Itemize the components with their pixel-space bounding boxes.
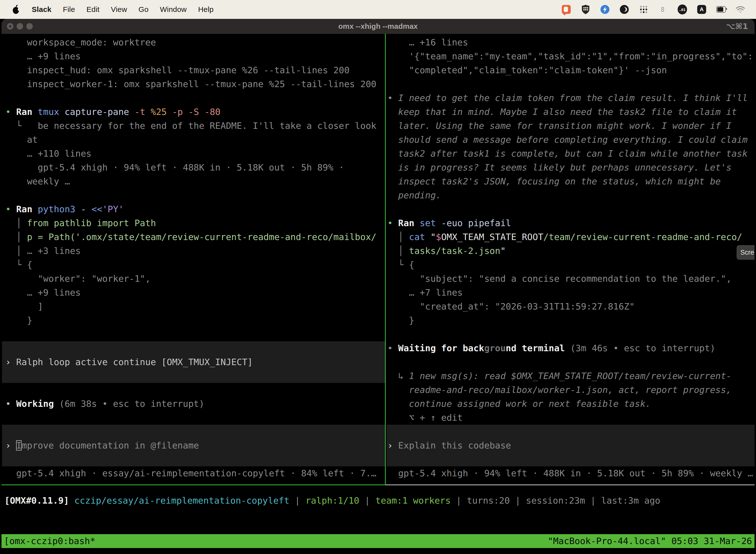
terminal-row: │ cat "$OMX_TEAM_STATE_ROOT/team/review-… (386, 230, 755, 244)
wifi-icon[interactable] (736, 4, 745, 14)
left-pane-bottom-border (1, 485, 385, 485)
terminal-row (386, 355, 755, 369)
terminal-row: weekly … (2, 174, 385, 188)
terminal-row (2, 341, 385, 355)
terminal-row (386, 425, 755, 439)
terminal-row (2, 188, 385, 202)
terminal-row: … +110 lines (2, 147, 385, 161)
terminal-row: inspect_hud: omx sparkshell --tmux-pane … (2, 63, 385, 77)
prompt-input-row[interactable]: › Improve documentation in @filename (2, 439, 385, 452)
menu-item-edit[interactable]: Edit (86, 5, 100, 14)
terminal-row: later. Using the same for transition mig… (386, 119, 755, 133)
terminal-row: task2 after task1 is complete, but can I… (386, 147, 755, 161)
terminal-row: … +16 lines (386, 36, 755, 49)
terminal-row: … +9 lines (2, 49, 385, 63)
terminal-window: omx --xhigh --madmax ⌥⌘1 workspace_mode:… (1, 19, 755, 554)
left-pane[interactable]: workspace_mode: worktree … +9 lines insp… (2, 36, 385, 480)
terminal-row (2, 383, 385, 397)
terminal-row: gpt-5.4 xhigh · 94% left · 488K in · 5.1… (2, 161, 385, 174)
right-pane-bottom-border (386, 485, 755, 485)
tmux-host-clock: "MacBook-Pro-44.local" 05:03 31-Mar-26 (548, 534, 752, 548)
terminal-row: should send a message before completing … (386, 133, 755, 147)
menu-status-icons: ∞ ..61 A ϟ (562, 4, 756, 14)
terminal-row: │ … +3 lines (2, 244, 385, 258)
menu-item-slack[interactable]: Slack (32, 5, 51, 14)
apple-menu[interactable] (11, 4, 20, 15)
menu-item-view[interactable]: View (111, 5, 127, 14)
window-title: omx --xhigh --madmax (1, 19, 755, 34)
terminal-row: "subject": "send a concise recommendatio… (386, 272, 755, 286)
menu-item-window[interactable]: Window (160, 5, 187, 14)
terminal-row: is in progress? It seems likely but perh… (386, 161, 755, 174)
loop-icon[interactable]: ∞ (658, 4, 668, 14)
prompt-input-row[interactable]: › Explain this codebase (386, 439, 755, 452)
battery-badge-icon[interactable]: ..61 (678, 4, 687, 14)
terminal-row: • I need to get the claim token from the… (386, 91, 755, 105)
terminal-row (2, 327, 385, 341)
dots-grid-icon[interactable] (639, 4, 648, 14)
lightning-app-icon[interactable] (600, 4, 610, 14)
terminal-row: • Ran set -euo pipefail (386, 216, 755, 230)
screenshot-app-icon[interactable] (562, 4, 571, 14)
terminal-row: • Waiting for background terminal (3m 46… (386, 341, 755, 355)
terminal-row (2, 452, 385, 466)
terminal-row: │ from pathlib import Path (2, 216, 385, 230)
right-pane[interactable]: … +16 lines '{"team_name":"my-team","tas… (386, 36, 755, 480)
terminal-row: └ be necessary for the end of the README… (2, 119, 385, 133)
terminal-row: pending. (386, 188, 755, 202)
terminal-row: • Ran tmux capture-pane -t %25 -p -S -80 (2, 105, 385, 119)
terminal-row: inspect_worker-1: omx sparkshell --tmux-… (2, 77, 385, 91)
terminal-row: keep that in mind. Maybe I also need the… (386, 105, 755, 119)
terminal-row: └ { (386, 258, 755, 272)
terminal-row: … +7 lines (386, 286, 755, 299)
lightning-bolt-icon (600, 5, 610, 14)
menu-item-file[interactable]: File (63, 5, 75, 14)
terminal-row: • Working (6m 38s • esc to interrupt) (2, 397, 385, 411)
window-shortcut-badge: ⌥⌘1 (726, 19, 748, 34)
terminal-row: at (2, 133, 385, 147)
terminal-row (386, 77, 755, 91)
terminal-row: │ tasks/task-2.json" (386, 244, 755, 258)
terminal-row: … +9 lines (2, 286, 385, 299)
menu-bar: Slack File Edit View Go Window Help (0, 0, 756, 19)
terminal-row: } (2, 314, 385, 327)
terminal-row: } (386, 314, 755, 327)
terminal-row: "created_at": "2026-03-31T11:59:27.816Z" (386, 299, 755, 314)
crescent-app-icon[interactable] (620, 4, 629, 14)
apple-logo-icon (11, 4, 20, 15)
terminal-row: workspace_mode: worktree (2, 36, 385, 49)
terminal-row: inspect task2's JSON, focusing on the st… (386, 174, 755, 188)
terminal-row (2, 91, 385, 105)
terminal-row (2, 411, 385, 425)
terminal-row: │ p = Path('.omx/state/team/review-curre… (2, 230, 385, 244)
screen-tooltip: Scre (737, 245, 755, 260)
omx-status-line: [OMX#0.11.9] cczip/essay/ai-reimplementa… (2, 494, 755, 508)
pane-divider[interactable] (385, 34, 386, 485)
terminal-row (386, 327, 755, 341)
terminal-row: readme-and-reco/mailbox/worker-1.json, a… (386, 383, 755, 397)
text-cursor: I (16, 440, 21, 450)
battery-charging-icon[interactable]: ϟ (716, 4, 726, 14)
terminal-row (386, 452, 755, 466)
tmux-status-bar: [omx-cczip0:bash* "MacBook-Pro-44.local"… (1, 534, 755, 548)
crescent-icon (620, 5, 629, 14)
menu-item-go[interactable]: Go (138, 5, 148, 14)
window-titlebar[interactable]: omx --xhigh --madmax ⌥⌘1 (1, 19, 755, 34)
terminal-row: "completed","claim_token":"claim-token"}… (386, 63, 755, 77)
terminal-row: ↳ 1 new msg(s): read $OMX_TEAM_STATE_ROO… (386, 369, 755, 383)
terminal-row: "worker": "worker-1", (2, 272, 385, 286)
terminal-row: gpt-5.4 xhigh · 94% left · 488K in · 5.1… (386, 466, 755, 480)
keyboard-layout-icon[interactable]: A (697, 4, 706, 14)
terminal-row: [OMX#0.11.9] cczip/essay/ai-reimplementa… (4, 494, 755, 508)
terminal-row: gpt-5.4 xhigh · essay/ai-reimplementatio… (2, 466, 385, 480)
shield-icon (581, 4, 590, 14)
terminal-row (386, 202, 755, 216)
terminal-row: ] (2, 299, 385, 314)
terminal-row: • Ran python3 - <<'PY' (2, 202, 385, 216)
terminal-row: '{"team_name":"my-team","task_id":"1","f… (386, 49, 755, 63)
menu-item-help[interactable]: Help (198, 5, 214, 14)
terminal-row (2, 425, 385, 439)
shield-app-icon[interactable] (581, 4, 590, 14)
terminal-row: › Ralph loop active continue [OMX_TMUX_I… (2, 355, 385, 369)
terminal-row (2, 369, 385, 383)
